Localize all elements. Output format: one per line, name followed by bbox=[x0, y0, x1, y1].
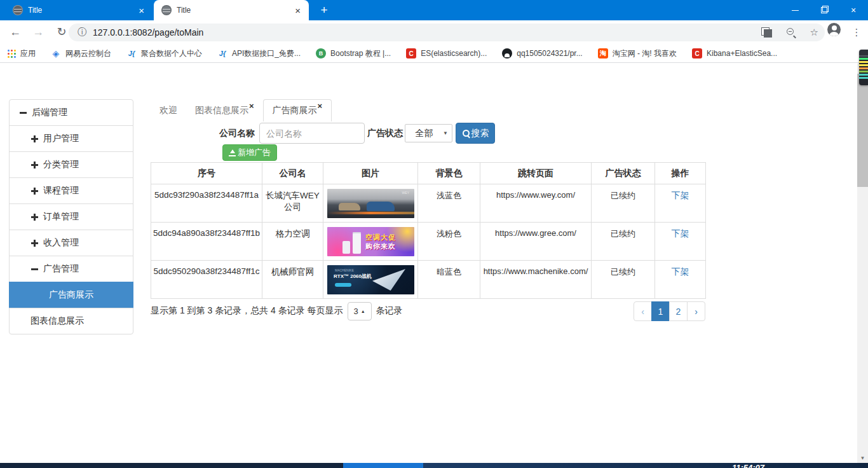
tab-ad-display[interactable]: 广告商展示× bbox=[263, 99, 332, 121]
content-tabs: 欢迎 图表信息展示× 广告商展示× bbox=[151, 100, 332, 121]
reload-button[interactable]: ↻ bbox=[53, 24, 71, 41]
browser-menu-icon[interactable]: ⋮ bbox=[850, 24, 863, 41]
col-header-action[interactable]: 操作 bbox=[655, 163, 706, 184]
close-window-button[interactable]: × bbox=[839, 0, 868, 20]
minimize-icon bbox=[792, 10, 799, 11]
page-content: 后端管理 用户管理 分类管理 课程管理 订单管理 收入管理 bbox=[0, 64, 857, 463]
sidebar-item-orders[interactable]: 订单管理 bbox=[9, 203, 133, 230]
page-1-button[interactable]: 1 bbox=[651, 301, 670, 321]
forward-button[interactable]: → bbox=[29, 24, 47, 41]
new-tab-button[interactable]: + bbox=[316, 3, 332, 18]
caret-up-icon: ▲ bbox=[361, 309, 365, 313]
address-bar[interactable]: ⓘ 127.0.0.1:8082/page/toMain ☆ bbox=[69, 24, 825, 41]
scroll-down-icon[interactable]: ▼ bbox=[857, 453, 868, 463]
apps-shortcut[interactable]: 应用 bbox=[8, 48, 36, 59]
company-name-input[interactable] bbox=[259, 123, 365, 144]
record-summary: 显示第 1 到第 3 条记录，总共 4 条记录 每页显示 bbox=[151, 305, 343, 317]
restore-icon bbox=[821, 7, 827, 13]
page-2-button[interactable]: 2 bbox=[669, 301, 688, 321]
sidebar-item-backend[interactable]: 后端管理 bbox=[9, 99, 133, 126]
col-header-id[interactable]: 序号 bbox=[151, 163, 262, 184]
cell-image: MACHENIKE RTX™ 2060战机 bbox=[323, 261, 418, 299]
bookmark-kibana[interactable]: C Kibana+ElasticSea... bbox=[692, 48, 777, 59]
globe-favicon-icon bbox=[161, 5, 172, 15]
scrollbar-thumb[interactable] bbox=[857, 74, 868, 187]
taobao-icon: 淘 bbox=[598, 48, 608, 59]
vertical-scrollbar[interactable]: ▲ ▼ bbox=[857, 64, 868, 463]
cell-url: https://www.gree.com/ bbox=[480, 223, 592, 261]
zoom-out-icon[interactable] bbox=[786, 27, 796, 38]
tab-title: Title bbox=[177, 6, 293, 15]
bookmark-juhe[interactable]: J{ 聚合数据个人中心 bbox=[126, 48, 202, 59]
performance-monitor-widget[interactable] bbox=[859, 50, 868, 85]
take-down-link[interactable]: 下架 bbox=[672, 190, 689, 200]
expand-plus-icon bbox=[31, 162, 38, 169]
col-header-company[interactable]: 公司名 bbox=[262, 163, 323, 184]
back-button[interactable]: ← bbox=[6, 24, 24, 41]
translate-icon[interactable] bbox=[761, 27, 772, 38]
sidebar-item-chart-display[interactable]: 图表信息展示 bbox=[9, 308, 133, 334]
windows-taskbar[interactable]: 11:54:07 bbox=[0, 463, 868, 468]
bookmark-bootstrap[interactable]: B Bootstrap 教程 |... bbox=[316, 48, 391, 59]
sidebar-item-courses[interactable]: 课程管理 bbox=[9, 177, 133, 204]
col-header-status[interactable]: 广告状态 bbox=[592, 163, 655, 184]
page-size-select[interactable]: 3 ▲ bbox=[348, 302, 372, 320]
col-header-url[interactable]: 跳转页面 bbox=[480, 163, 592, 184]
table-row: 5ddc950290a38f234487ff1c 机械师官网 MACHENIKE… bbox=[151, 261, 706, 299]
page-info-icon[interactable]: ⓘ bbox=[78, 27, 86, 38]
minimize-button[interactable] bbox=[780, 0, 810, 20]
cell-action: 下架 bbox=[655, 261, 706, 299]
juhe-icon: J{ bbox=[126, 48, 137, 59]
cell-id: 5ddc94a890a38f234487ff1b bbox=[151, 223, 262, 261]
table-header-row: 序号 公司名 图片 背景色 跳转页面 广告状态 操作 bbox=[151, 163, 706, 184]
sidebar-item-categories[interactable]: 分类管理 bbox=[9, 151, 133, 178]
tab-close-icon[interactable]: × bbox=[249, 101, 254, 111]
profile-avatar[interactable] bbox=[827, 23, 841, 36]
next-page-button[interactable]: › bbox=[687, 301, 705, 321]
sidebar-item-income[interactable]: 收入管理 bbox=[9, 230, 133, 256]
car-shape bbox=[339, 203, 360, 210]
tab-chart-display[interactable]: 图表信息展示× bbox=[186, 100, 263, 121]
browser-tab-inactive[interactable]: Title × bbox=[5, 0, 153, 20]
expand-plus-icon bbox=[31, 188, 38, 195]
github-icon bbox=[502, 48, 512, 59]
bookmark-star-icon[interactable]: ☆ bbox=[810, 27, 818, 38]
take-down-link[interactable]: 下架 bbox=[672, 228, 689, 238]
taskbar-active-app[interactable] bbox=[343, 463, 423, 468]
bookmark-netease[interactable]: ◈ 网易云控制台 bbox=[51, 48, 111, 59]
sidebar-item-ad-display[interactable]: 广告商展示 bbox=[9, 282, 133, 308]
tab-close-icon[interactable]: × bbox=[318, 101, 323, 111]
col-header-image[interactable]: 图片 bbox=[323, 163, 418, 184]
bookmark-api[interactable]: J{ API数据接口_免费... bbox=[217, 48, 301, 59]
cell-url: https://www.wey.com/ bbox=[480, 184, 592, 223]
csdn-icon: C bbox=[406, 48, 416, 59]
ad-status-select[interactable]: 全部 ▼ bbox=[405, 124, 452, 142]
bookmark-es[interactable]: C ES(elasticsearch)... bbox=[406, 48, 487, 59]
cell-id: 5ddc950290a38f234487ff1c bbox=[151, 261, 262, 299]
sidebar-item-users[interactable]: 用户管理 bbox=[9, 125, 133, 152]
restore-button[interactable] bbox=[810, 0, 839, 20]
add-ad-button[interactable]: 新增广告 bbox=[222, 144, 277, 161]
record-summary-suffix: 条记录 bbox=[376, 305, 403, 317]
air-conditioner-shape bbox=[353, 232, 361, 254]
sidebar-menu: 后端管理 用户管理 分类管理 课程管理 订单管理 收入管理 bbox=[9, 99, 133, 334]
sidebar-item-ads[interactable]: 广告管理 bbox=[9, 256, 133, 282]
browser-tab-active[interactable]: Title × bbox=[154, 0, 309, 20]
bookmarks-bar: 应用 ◈ 网易云控制台 J{ 聚合数据个人中心 J{ API数据接口_免费...… bbox=[0, 45, 868, 63]
csdn-icon: C bbox=[692, 48, 702, 59]
tab-close-icon[interactable]: × bbox=[137, 6, 146, 15]
bookmark-taobao[interactable]: 淘 淘宝网 - 淘! 我喜欢 bbox=[598, 48, 677, 59]
cell-status: 已续约 bbox=[592, 184, 655, 223]
tab-welcome[interactable]: 欢迎 bbox=[151, 100, 186, 121]
tab-close-icon[interactable]: × bbox=[293, 6, 302, 15]
pagination: 显示第 1 到第 3 条记录，总共 4 条记录 每页显示 3 ▲ 条记录 ‹ 1… bbox=[151, 300, 705, 322]
taskbar-clock: 11:54:07 bbox=[732, 463, 764, 468]
url-text[interactable]: 127.0.0.1:8082/page/toMain bbox=[93, 27, 747, 38]
prev-page-button[interactable]: ‹ bbox=[634, 301, 652, 321]
ads-table: 序号 公司名 图片 背景色 跳转页面 广告状态 操作 5ddc93f290a38… bbox=[151, 162, 706, 299]
expand-plus-icon bbox=[31, 214, 38, 221]
search-button[interactable]: 搜索 bbox=[456, 123, 495, 144]
take-down-link[interactable]: 下架 bbox=[672, 266, 689, 277]
col-header-bg[interactable]: 背景色 bbox=[418, 163, 480, 184]
bookmark-github[interactable]: qq1505024321/pr... bbox=[502, 48, 582, 59]
